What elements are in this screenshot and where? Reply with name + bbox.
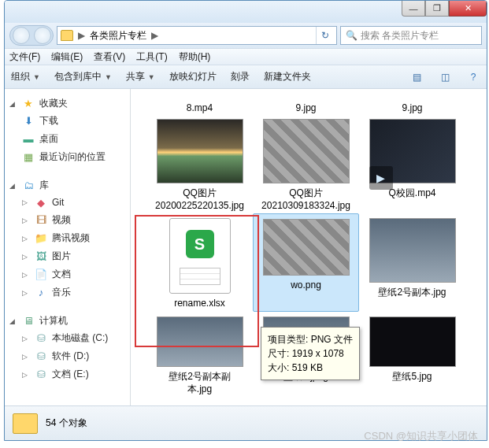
file-item-xlsx[interactable]: S rename.xlsx (146, 213, 253, 311)
sidebar-item-drive-e[interactable]: ▷⛁文档 (E:) (8, 365, 130, 383)
back-button-icon[interactable] (13, 27, 30, 44)
share-button[interactable]: 共享▼ (126, 70, 155, 83)
drive-icon: ⛁ (35, 368, 47, 381)
sidebar-item-pictures[interactable]: ▷🖼图片 (8, 247, 130, 265)
collapse-icon: ◢ (9, 100, 17, 108)
thumbnail (157, 119, 243, 183)
expand-icon: ▷ (22, 235, 30, 243)
chevron-right-icon[interactable]: ▶ (76, 30, 87, 41)
breadcrumb-segment[interactable]: 各类照片专栏 (90, 29, 146, 43)
expand-icon: ▷ (22, 217, 30, 224)
file-item[interactable]: 壁纸2号副本.jpg (359, 213, 465, 311)
menu-tools[interactable]: 工具(T) (136, 50, 167, 64)
menu-edit[interactable]: 编辑(E) (51, 50, 83, 64)
collapse-icon: ◢ (9, 317, 17, 325)
forward-button-icon[interactable] (34, 27, 51, 44)
slideshow-button[interactable]: 放映幻灯片 (169, 70, 217, 83)
sidebar-item-git[interactable]: ▷◆Git (8, 194, 130, 211)
sidebar-item-tencent[interactable]: ▷📁腾讯视频 (8, 229, 130, 247)
minimize-button[interactable]: — (402, 1, 425, 17)
sidebar-favorites[interactable]: ◢★收藏夹 (8, 95, 130, 112)
thumbnail (369, 218, 456, 283)
status-folder-icon (13, 413, 38, 434)
expand-icon: ▷ (22, 353, 30, 361)
file-item[interactable]: ▶ Q校园.mp4 (359, 114, 465, 213)
file-item[interactable]: 壁纸5.jpg (359, 312, 465, 397)
search-box[interactable]: 🔍 搜索 各类照片专栏 (340, 26, 482, 45)
nav-back-forward[interactable] (9, 25, 54, 46)
file-item[interactable]: 9.jpg (253, 94, 359, 114)
thumbnail (369, 317, 456, 367)
sidebar-item-drive-c[interactable]: ▷⛁本地磁盘 (C:) (8, 329, 130, 347)
sidebar-libraries[interactable]: ◢🗂库 (8, 177, 130, 194)
recent-icon: ▦ (22, 151, 35, 164)
folder-icon (61, 30, 73, 41)
search-icon: 🔍 (346, 30, 357, 41)
include-library-button[interactable]: 包含到库中▼ (54, 70, 112, 83)
sidebar-item-music[interactable]: ▷♪音乐 (8, 283, 130, 302)
expand-icon: ▷ (22, 198, 30, 206)
navigation-pane[interactable]: ◢★收藏夹 ⬇下载 ▬桌面 ▦最近访问的位置 ◢🗂库 ▷◆Git ▷🎞视频 ▷📁… (5, 89, 131, 405)
sidebar-item-videos[interactable]: ▷🎞视频 (8, 211, 130, 229)
expand-icon: ▷ (22, 289, 30, 297)
expand-icon: ▷ (22, 335, 30, 342)
file-item[interactable]: 8.mp4 (146, 94, 253, 114)
sidebar-item-downloads[interactable]: ⬇下载 (8, 112, 130, 130)
toolbar: 组织▼ 包含到库中▼ 共享▼ 放映幻灯片 刻录 新建文件夹 ▤ ◫ ? (5, 65, 487, 89)
drive-icon: ⛁ (35, 350, 47, 363)
titlebar: — ❐ ✕ (5, 1, 487, 23)
sidebar-item-drive-d[interactable]: ▷⛁软件 (D:) (8, 347, 130, 365)
computer-icon: 🖥 (22, 315, 35, 328)
document-icon: 📄 (35, 268, 47, 281)
collapse-icon: ◢ (9, 182, 17, 190)
file-item[interactable]: 9.jpg (359, 94, 465, 114)
organize-button[interactable]: 组织▼ (11, 70, 40, 83)
status-count: 54 个对象 (46, 417, 87, 430)
chevron-down-icon: ▼ (105, 73, 112, 81)
burn-button[interactable]: 刻录 (231, 70, 250, 83)
close-button[interactable]: ✕ (449, 1, 487, 17)
git-icon: ◆ (35, 196, 47, 209)
address-bar[interactable]: ▶ 各类照片专栏 ▶ ↻ (57, 26, 337, 45)
expand-icon: ▷ (22, 371, 30, 379)
sidebar-item-documents[interactable]: ▷📄文档 (8, 265, 130, 283)
file-item[interactable]: QQ图片20210309183324.jpg (253, 114, 359, 213)
watermark: CSDN @知识共享小团体 (364, 429, 478, 443)
menu-file[interactable]: 文件(F) (9, 50, 40, 64)
newfolder-button[interactable]: 新建文件夹 (264, 70, 311, 83)
expand-icon: ▷ (22, 271, 30, 279)
menu-view[interactable]: 查看(V) (94, 50, 125, 64)
file-item[interactable]: 壁纸2号副本副本.jpg (146, 312, 253, 397)
chevron-right-icon[interactable]: ▶ (150, 30, 160, 41)
refresh-icon[interactable]: ↻ (316, 27, 333, 44)
file-item[interactable]: QQ图片20200225220135.jpg (146, 114, 253, 213)
search-placeholder: 搜索 各类照片专栏 (361, 29, 439, 43)
menubar: 文件(F) 编辑(E) 查看(V) 工具(T) 帮助(H) (5, 48, 487, 65)
desktop-icon: ▬ (22, 133, 35, 146)
file-pane[interactable]: 8.mp4 9.jpg 9.jpg QQ图片20200225220135.jpg… (131, 89, 487, 405)
menu-help[interactable]: 帮助(H) (179, 50, 211, 64)
expand-icon: ▷ (22, 253, 30, 261)
preview-pane-icon[interactable]: ◫ (438, 70, 452, 84)
explorer-window: — ❐ ✕ ▶ 各类照片专栏 ▶ ↻ 🔍 搜索 各类照片专栏 文件(F) 编辑(… (4, 0, 487, 441)
sidebar-item-desktop[interactable]: ▬桌面 (8, 130, 130, 148)
main-area: ◢★收藏夹 ⬇下载 ▬桌面 ▦最近访问的位置 ◢🗂库 ▷◆Git ▷🎞视频 ▷📁… (5, 89, 487, 405)
file-item-selected[interactable]: wo.png (253, 213, 359, 311)
drive-icon: ⛁ (35, 332, 47, 345)
tooltip: 项目类型: PNG 文件 尺寸: 1919 x 1078 大小: 519 KB (261, 327, 360, 380)
thumbnail (157, 317, 243, 367)
chevron-down-icon: ▼ (33, 73, 40, 81)
sidebar-computer[interactable]: ◢🖥计算机 (8, 313, 130, 329)
view-options-icon[interactable]: ▤ (409, 70, 424, 84)
download-icon: ⬇ (22, 115, 35, 128)
address-row: ▶ 各类照片专栏 ▶ ↻ 🔍 搜索 各类照片专栏 (5, 23, 487, 48)
thumbnail (263, 219, 350, 276)
picture-icon: 🖼 (35, 250, 47, 263)
play-icon: ▶ (369, 166, 393, 190)
folder-icon: 📁 (35, 232, 47, 245)
help-icon[interactable]: ? (466, 70, 480, 84)
maximize-button[interactable]: ❐ (425, 1, 449, 17)
library-icon: 🗂 (22, 180, 35, 192)
sidebar-item-recent[interactable]: ▦最近访问的位置 (8, 148, 130, 166)
star-icon: ★ (22, 98, 35, 110)
